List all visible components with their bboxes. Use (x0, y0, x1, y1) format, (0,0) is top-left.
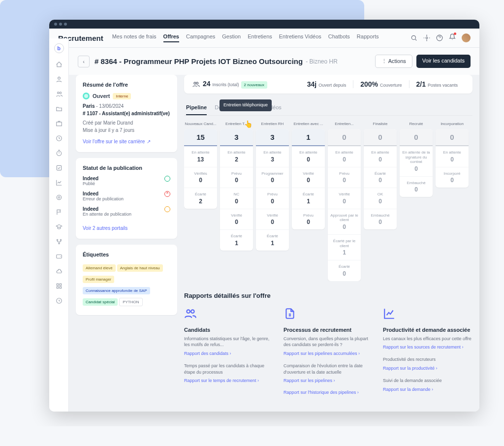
apps-icon[interactable] (56, 283, 63, 289)
pipeline-stage[interactable]: Recruté0En attente de la signature du co… (400, 122, 433, 281)
topnav-mes-notes-de-frais[interactable]: Mes notes de frais (112, 33, 157, 42)
topnav-entretiens[interactable]: Entretiens (248, 33, 272, 42)
reports-section: Rapports détaillés sur l'offre Candidats… (184, 292, 472, 402)
topnav-offres[interactable]: Offres (163, 33, 179, 42)
svg-point-23 (187, 310, 190, 313)
back-button[interactable]: ‹ (78, 56, 90, 67)
svg-point-21 (194, 82, 196, 84)
summary-heading: Résumé de l'offre (83, 82, 170, 88)
status-text: Ouvert (93, 93, 110, 99)
cloud-icon[interactable] (56, 268, 63, 275)
tag[interactable]: Allemand élevé (83, 264, 116, 272)
people-icon (192, 80, 200, 88)
page-header: ‹ # 8364 - Programmeur PHP Projets IOT B… (69, 48, 479, 75)
svg-rect-19 (60, 287, 62, 288)
publication-heading: Statut de la publication (83, 165, 170, 171)
status-ok-icon (164, 176, 170, 182)
topbar: Recrutement Mes notes de fraisOffresCamp… (49, 29, 479, 48)
svg-rect-18 (57, 287, 59, 288)
report-link[interactable]: Rapport sur la demande (383, 387, 472, 392)
view-candidates-button[interactable]: Voir les candidats (416, 55, 471, 68)
gear-icon[interactable] (423, 34, 430, 41)
career-site-link[interactable]: Voir l'offre sur le site carrière ↗ (83, 139, 151, 144)
search-icon[interactable] (410, 34, 417, 41)
wallet-icon[interactable] (56, 253, 63, 260)
grad-icon[interactable] (56, 223, 63, 230)
recent-icon[interactable] (56, 297, 63, 304)
status-dot (83, 93, 90, 99)
user-icon[interactable] (56, 76, 63, 83)
briefcase-icon[interactable] (56, 120, 63, 127)
reports-heading: Rapports détaillés sur l'offre (184, 292, 472, 299)
svg-point-13 (60, 239, 61, 240)
users-icon[interactable] (56, 91, 63, 97)
app-window: Recrutement Mes notes de fraisOffresCamp… (49, 20, 479, 412)
svg-point-11 (58, 196, 60, 198)
pipeline-stage[interactable]: Incorporation0En attente0Incorporé0 (436, 122, 469, 281)
content-tabs: PipelineDétailsEntretiens VidéosEntretie… (184, 98, 472, 116)
report-link[interactable]: Rapport des candidats (184, 351, 274, 356)
topnav-gestion[interactable]: Gestion (222, 33, 241, 42)
stats-row: 24 Inscrits (total) 2 nouveaux 34jOuvert… (184, 75, 472, 94)
pipeline-stage[interactable]: Entretien...0En attente0Prévu0Vérifié0Ap… (328, 122, 361, 281)
flag-icon[interactable] (56, 209, 63, 216)
page-subtitle: - Bizneo HR (306, 58, 338, 65)
tag[interactable]: PYTHON (119, 298, 142, 306)
folder-icon[interactable] (56, 105, 63, 112)
topnav-entretiens-vidéos[interactable]: Entretiens Vidéos (279, 33, 321, 42)
pipeline-stage[interactable]: Entretien avec ...1En attente0Vérifié0Éc… (292, 122, 325, 281)
svg-point-10 (57, 195, 61, 199)
check-icon[interactable] (56, 164, 63, 171)
tag[interactable]: Profil manager (83, 276, 114, 283)
more-portals-link[interactable]: Voir 2 autres portails (83, 225, 127, 231)
svg-rect-15 (56, 255, 62, 258)
clock-icon[interactable] (56, 135, 63, 142)
topnav-campagnes[interactable]: Campagnes (186, 33, 215, 42)
timer-icon[interactable] (56, 150, 63, 157)
stage-tooltip: Entretien téléphonique (220, 99, 272, 111)
report-link[interactable]: Rapport sur l'historique des pipelines (284, 390, 373, 395)
svg-point-22 (196, 82, 198, 84)
status-err-icon (164, 191, 170, 197)
actions-button[interactable]: ⋮ Actions (375, 55, 412, 68)
window-titlebar (49, 20, 479, 29)
sidebar: b (49, 38, 69, 412)
svg-point-1 (426, 37, 428, 39)
pipeline-stage[interactable]: Finaliste0En attente0Écarté0OK0Embauché0 (364, 122, 397, 281)
target-icon[interactable] (56, 194, 63, 201)
svg-point-3 (58, 77, 60, 79)
app-logo[interactable]: b (54, 43, 64, 53)
tags-card: Étiquettes Allemand élevéAnglais de haut… (76, 245, 177, 315)
svg-rect-17 (60, 284, 62, 286)
tag[interactable]: Anglais de haut niveau (117, 264, 163, 272)
report-column: Productivité et demande associéeLes cana… (383, 307, 472, 402)
report-link[interactable]: Rapport sur les pipelines accumulées (284, 351, 373, 356)
report-column: Processus de recrutementConversion, dans… (284, 307, 373, 402)
pipeline-stage[interactable]: Nouveaux Cand...15En attente13Vérifiés0É… (184, 122, 217, 281)
pipeline-stage[interactable]: Entretien T...3En attente2Prévu0NC0Vérif… (220, 122, 253, 281)
pipeline-stage[interactable]: Entretien RH3En attente3Programmer0Prévu… (256, 122, 289, 281)
avatar[interactable] (462, 33, 471, 42)
branch-icon[interactable] (56, 238, 63, 245)
svg-rect-6 (56, 122, 62, 126)
publication-item: IndeedErreur de publication (83, 191, 170, 201)
page-title: # 8364 - Programmeur PHP Projets IOT Biz… (94, 57, 303, 65)
topnav-chatbots[interactable]: Chatbots (328, 33, 350, 42)
svg-point-5 (60, 92, 62, 94)
report-link[interactable]: Rapport sur le temps de recrutement (184, 378, 274, 383)
svg-point-24 (191, 310, 194, 313)
chart-icon[interactable] (56, 179, 63, 186)
report-link[interactable]: Rapport sur les sources de recrutement (383, 345, 472, 350)
tag[interactable]: Connaissance approfondie de SAP (83, 287, 150, 294)
report-link[interactable]: Rapport sur la productivité (383, 366, 472, 371)
publication-item: IndeedPublié (83, 176, 170, 186)
report-column: CandidatsInformations statistiques sur l… (184, 307, 274, 402)
svg-point-12 (57, 239, 58, 240)
report-link[interactable]: Rapport sur les pipelines (284, 378, 373, 383)
tag[interactable]: Candidat spécial (83, 298, 118, 306)
tags-heading: Étiquettes (83, 252, 170, 257)
tab-pipeline[interactable]: Pipeline (186, 104, 207, 115)
home-icon[interactable] (56, 61, 63, 68)
topnav-rapports[interactable]: Rapports (357, 33, 379, 42)
help-icon[interactable] (436, 34, 443, 41)
